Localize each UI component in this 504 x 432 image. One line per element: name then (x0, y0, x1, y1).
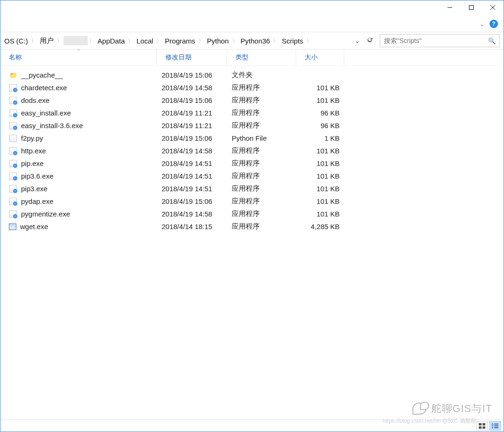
file-name: pip3.6.exe (21, 172, 53, 180)
file-row[interactable]: easy_install.exe2018/4/19 11:21应用程序96 KB (0, 107, 504, 119)
file-size: 101 KB (296, 210, 344, 218)
file-type: 文件夹 (227, 71, 296, 79)
file-row[interactable]: wget.exe2018/4/14 18:15应用程序4,285 KB (0, 220, 504, 233)
svg-rect-10 (494, 427, 498, 428)
breadcrumb-segment[interactable]: Python (205, 37, 231, 45)
help-button[interactable]: ? (490, 20, 498, 28)
svg-rect-5 (492, 424, 493, 425)
file-date: 2018/4/19 14:58 (157, 210, 227, 218)
view-details-button[interactable] (490, 421, 501, 431)
file-type: 应用程序 (227, 197, 296, 206)
svg-rect-9 (492, 427, 493, 428)
search-box[interactable]: 🔍 (380, 34, 500, 47)
svg-rect-0 (469, 6, 474, 10)
file-type: 应用程序 (227, 121, 296, 130)
watermark-text: 舵聊GIS与IT (431, 402, 492, 416)
python-file-icon (9, 134, 17, 143)
file-type: 应用程序 (227, 108, 296, 117)
file-size: 96 KB (296, 122, 344, 130)
history-dropdown-icon[interactable]: ⌄ (353, 37, 362, 44)
chevron-right-icon[interactable]: 〉 (56, 37, 64, 44)
chevron-right-icon[interactable]: 〉 (231, 37, 239, 44)
breadcrumb-segment[interactable] (64, 36, 88, 45)
file-size: 101 KB (296, 159, 344, 167)
file-row[interactable]: easy_install-3.6.exe2018/4/19 11:21应用程序9… (0, 119, 504, 132)
file-row[interactable]: f2py.py2018/4/19 15:06Python File1 KB (0, 132, 504, 144)
chevron-right-icon[interactable]: 〉 (127, 37, 135, 44)
address-bar-row: OS (C:)〉用户〉〉AppData〉Local〉Programs〉Pytho… (0, 32, 504, 50)
breadcrumb-segment[interactable]: AppData (96, 37, 127, 45)
close-button[interactable] (482, 0, 504, 14)
exe-icon (9, 84, 17, 92)
file-date: 2018/4/19 11:21 (157, 122, 227, 130)
chevron-right-icon[interactable]: 〉 (88, 37, 96, 44)
file-row[interactable]: pip.exe2018/4/19 14:51应用程序101 KB (0, 157, 504, 170)
file-type: 应用程序 (227, 172, 296, 180)
file-date: 2018/4/19 15:06 (157, 197, 227, 205)
maximize-button[interactable] (461, 0, 482, 14)
breadcrumb-segment[interactable]: Local (135, 37, 155, 45)
exe-icon (9, 147, 17, 155)
column-header-date[interactable]: 修改日期 (157, 50, 227, 65)
exe-icon (9, 122, 17, 130)
file-row[interactable]: pip3.exe2018/4/19 14:51应用程序101 KB (0, 182, 504, 195)
file-date: 2018/4/19 14:58 (157, 84, 227, 92)
file-type: 应用程序 (227, 146, 296, 155)
file-type: 应用程序 (227, 209, 296, 218)
file-row[interactable]: dods.exe2018/4/19 15:06应用程序101 KB (0, 94, 504, 107)
chevron-right-icon[interactable]: 〉 (155, 37, 163, 44)
search-input[interactable] (384, 37, 488, 44)
file-size: 1 KB (296, 134, 344, 142)
folder-icon: 📁 (9, 71, 17, 79)
file-type: 应用程序 (227, 222, 296, 231)
exe-icon (9, 109, 17, 117)
file-size: 96 KB (296, 109, 344, 117)
svg-rect-2 (483, 423, 485, 425)
breadcrumb-segment[interactable]: OS (C:) (2, 37, 30, 45)
file-name: pip3.exe (21, 185, 48, 193)
breadcrumb-segment[interactable]: Programs (163, 37, 197, 45)
chevron-right-icon[interactable]: 〉 (197, 37, 205, 44)
column-header-name[interactable]: 名称 ˄ (0, 50, 157, 65)
file-type: 应用程序 (227, 83, 296, 92)
file-row[interactable]: http.exe2018/4/19 14:58应用程序101 KB (0, 144, 504, 157)
file-date: 2018/4/19 14:58 (157, 147, 227, 155)
svg-rect-7 (492, 425, 493, 426)
breadcrumb-segment[interactable]: 用户 (38, 36, 56, 45)
file-row[interactable]: 📁__pycache__2018/4/19 15:06文件夹 (0, 69, 504, 81)
file-row[interactable]: pip3.6.exe2018/4/19 14:51应用程序101 KB (0, 170, 504, 182)
column-header-type[interactable]: 类型 (227, 50, 296, 65)
chevron-right-icon[interactable]: 〉 (272, 37, 280, 44)
file-date: 2018/4/14 18:15 (157, 223, 227, 230)
file-size: 101 KB (296, 147, 344, 155)
file-list: 📁__pycache__2018/4/19 15:06文件夹chardetect… (0, 66, 504, 233)
breadcrumb-segment[interactable]: Python36 (239, 37, 272, 45)
titlebar (0, 0, 504, 15)
file-type: 应用程序 (227, 184, 296, 193)
chevron-down-icon[interactable]: ⌄ (479, 20, 485, 28)
file-name: easy_install.exe (21, 109, 71, 117)
minimize-icon (447, 5, 452, 10)
file-row[interactable]: pydap.exe2018/4/19 15:06应用程序101 KB (0, 195, 504, 208)
file-row[interactable]: pygmentize.exe2018/4/19 14:58应用程序101 KB (0, 208, 504, 220)
minimize-button[interactable] (439, 0, 461, 14)
refresh-icon[interactable] (365, 36, 374, 45)
chevron-right-icon[interactable]: 〉 (305, 37, 313, 44)
ribbon-collapse-row: ⌄ ? (0, 15, 504, 32)
file-size: 101 KB (296, 96, 344, 104)
maximize-icon (469, 5, 474, 10)
view-large-icons-button[interactable] (476, 421, 488, 431)
svg-rect-1 (479, 423, 482, 425)
breadcrumb-segment[interactable]: Scripts (280, 37, 305, 45)
file-name: pydap.exe (21, 197, 53, 205)
search-icon[interactable]: 🔍 (488, 37, 496, 44)
column-header-size[interactable]: 大小 (296, 50, 344, 65)
file-date: 2018/4/19 14:51 (157, 172, 227, 180)
file-name: pip.exe (21, 159, 43, 167)
breadcrumb[interactable]: OS (C:)〉用户〉〉AppData〉Local〉Programs〉Pytho… (0, 32, 349, 49)
file-date: 2018/4/19 15:06 (157, 71, 227, 79)
file-row[interactable]: chardetect.exe2018/4/19 14:58应用程序101 KB (0, 81, 504, 94)
exe-icon (9, 185, 17, 193)
chevron-right-icon[interactable]: 〉 (30, 37, 38, 44)
file-date: 2018/4/19 15:06 (157, 96, 227, 104)
